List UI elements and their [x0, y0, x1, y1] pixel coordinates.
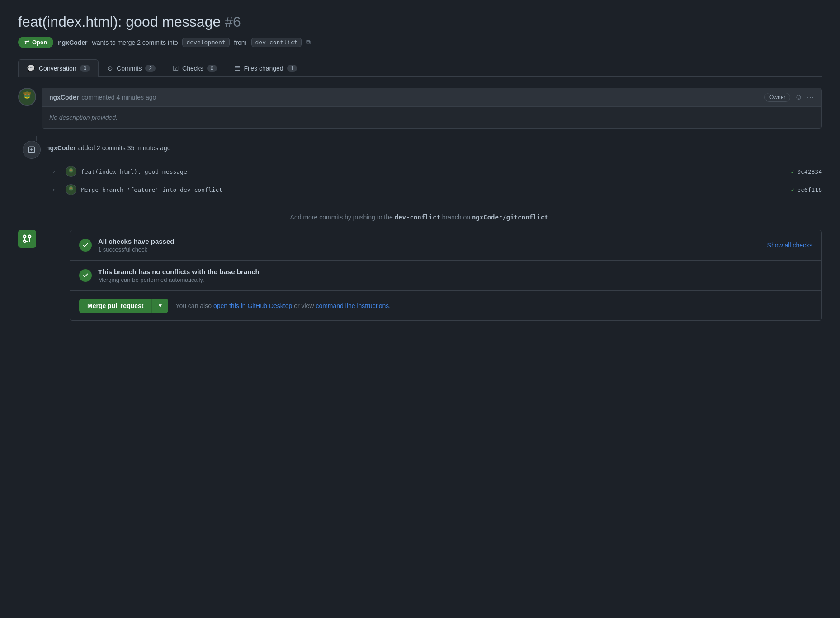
svg-rect-4 — [23, 92, 31, 94]
pr-status-icon: ⇄ — [24, 39, 29, 46]
merge-btn-group: Merge pull request ▼ — [79, 299, 168, 313]
commit-hash-2: ✓ ec6f118 — [791, 186, 822, 193]
commit-hash-1: ✓ 0c42834 — [791, 168, 822, 175]
add-commits-mid: branch on — [442, 214, 470, 221]
commits-icon: ⊙ — [107, 64, 113, 72]
files-changed-icon: ☰ — [234, 64, 240, 72]
command-line-link[interactable]: command line instructions — [316, 302, 389, 309]
author-avatar — [18, 88, 36, 106]
merge-row: Merge pull request ▼ You can also open t… — [70, 291, 821, 320]
commit-avatar-2 — [66, 184, 76, 195]
check-item-1: All checks have passed 1 successful chec… — [70, 230, 821, 261]
timeline-commits-icon — [23, 141, 41, 159]
svg-point-11 — [71, 170, 72, 171]
pr-meta: ⇄ Open ngxCoder wants to merge 2 commits… — [18, 37, 822, 48]
commit-hash-text-2[interactable]: ec6f118 — [797, 186, 822, 193]
tab-checks[interactable]: ☑ Checks 0 — [164, 59, 226, 77]
commit-message-2: Merge branch 'feature' into dev-conflict — [81, 186, 222, 193]
check-subtitle-1: 1 successful check — [98, 246, 174, 253]
emoji-button[interactable]: ☺ — [795, 93, 802, 101]
pr-meta-text: wants to merge 2 commits into — [92, 39, 178, 46]
commit-hash-text-1[interactable]: 0c42834 — [797, 168, 822, 175]
comment-bubble: ngxCoder commented 4 minutes ago Owner ☺… — [42, 88, 822, 129]
pr-status-text: Open — [32, 39, 47, 46]
commit-row-1: —◦— feat(index.html): good message ✓ 0c4… — [46, 162, 822, 181]
tab-checks-count: 0 — [207, 65, 217, 72]
commit-check-1: ✓ — [791, 168, 794, 175]
check-subtitle-2: Merging can be performed automatically. — [98, 276, 260, 283]
checks-content: All checks have passed 1 successful chec… — [42, 230, 822, 328]
add-commits-repo[interactable]: ngxCoder/gitconflict — [472, 214, 548, 221]
timeline-action: added 2 commits 35 minutes ago — [77, 144, 170, 152]
owner-badge: Owner — [764, 93, 790, 102]
comment-body-text: No description provided. — [49, 114, 118, 121]
sidebar-icon — [18, 230, 36, 248]
tab-commits-label: Commits — [117, 65, 142, 72]
tab-commits-count: 2 — [145, 65, 156, 72]
check-item-2: This branch has no conflicts with the ba… — [70, 261, 821, 291]
timeline-author[interactable]: ngxCoder — [46, 144, 76, 152]
tab-conversation-count: 0 — [80, 65, 90, 72]
merge-dropdown-button[interactable]: ▼ — [151, 299, 168, 313]
pr-title-text: feat(index.html): good message — [18, 14, 221, 30]
tab-conversation[interactable]: 💬 Conversation 0 — [18, 59, 99, 77]
commit-check-2: ✓ — [791, 186, 794, 193]
svg-point-13 — [69, 186, 73, 191]
check-text-1: All checks have passed 1 successful chec… — [98, 238, 174, 253]
commit-message-1: feat(index.html): good message — [81, 168, 187, 175]
tabs-bar: 💬 Conversation 0 ⊙ Commits 2 ☑ Checks 0 … — [18, 59, 822, 77]
pr-title: feat(index.html): good message #6 — [18, 14, 822, 30]
more-options-button[interactable]: ··· — [807, 93, 814, 101]
tab-checks-label: Checks — [182, 65, 203, 72]
commit-dot-2: —◦— — [46, 186, 61, 193]
tab-files-changed[interactable]: ☰ Files changed 1 — [226, 59, 306, 77]
tab-conversation-label: Conversation — [39, 65, 76, 72]
comment-header-right: Owner ☺ ··· — [764, 93, 814, 102]
divider — [18, 206, 822, 206]
merge-icon-box — [18, 230, 36, 248]
pr-from-text: from — [234, 39, 247, 46]
check-text-2: This branch has no conflicts with the ba… — [98, 268, 260, 283]
check-title-2: This branch has no conflicts with the ba… — [98, 268, 260, 276]
check-circle-2 — [79, 269, 92, 282]
pr-number: #6 — [225, 14, 241, 30]
add-commits-end: . — [548, 214, 550, 221]
svg-point-14 — [70, 188, 71, 189]
pr-source-branch[interactable]: dev-conflict — [251, 38, 302, 47]
tab-commits[interactable]: ⊙ Commits 2 — [99, 59, 164, 77]
check-title-1: All checks have passed — [98, 238, 174, 245]
github-desktop-link[interactable]: open this in GitHub Desktop — [213, 302, 292, 309]
timeline-text: ngxCoder added 2 commits 35 minutes ago — [46, 136, 170, 152]
commit-dot-1: —◦— — [46, 168, 61, 175]
comment-body: No description provided. — [42, 107, 821, 128]
show-all-checks-link[interactable]: Show all checks — [767, 242, 812, 249]
comment-row: ngxCoder commented 4 minutes ago Owner ☺… — [18, 88, 822, 129]
checks-merge-section: All checks have passed 1 successful chec… — [18, 230, 822, 328]
merge-pull-request-button[interactable]: Merge pull request — [79, 299, 151, 313]
commit-row-2: —◦— Merge branch 'feature' into dev-conf… — [46, 181, 822, 199]
check-circle-1 — [79, 239, 92, 252]
comment-author[interactable]: ngxCoder — [49, 94, 79, 101]
pr-target-branch[interactable]: development — [182, 38, 229, 47]
comment-header-left: ngxCoder commented 4 minutes ago — [49, 94, 156, 101]
commit-left-2: —◦— Merge branch 'feature' into dev-conf… — [46, 184, 222, 195]
pr-author: ngxCoder — [58, 39, 87, 46]
pr-status-badge: ⇄ Open — [18, 37, 53, 48]
conversation-icon: 💬 — [27, 64, 35, 72]
checks-icon: ☑ — [173, 64, 179, 72]
tab-files-count: 1 — [287, 65, 297, 72]
merge-note: You can also open this in GitHub Desktop… — [175, 302, 391, 309]
tab-files-changed-label: Files changed — [244, 65, 283, 72]
copy-icon[interactable]: ⧉ — [306, 38, 311, 46]
comment-header: ngxCoder commented 4 minutes ago Owner ☺… — [42, 88, 821, 107]
commits-section: —◦— feat(index.html): good message ✓ 0c4… — [46, 162, 822, 199]
add-commits-note: Add more commits by pushing to the dev-c… — [18, 214, 822, 221]
svg-point-10 — [70, 170, 71, 171]
comment-time: commented 4 minutes ago — [81, 94, 156, 101]
svg-point-15 — [71, 188, 72, 189]
commit-left-1: —◦— feat(index.html): good message — [46, 166, 187, 177]
svg-point-9 — [69, 168, 73, 173]
add-commits-prefix: Add more commits by pushing to the — [290, 214, 393, 221]
checks-container: All checks have passed 1 successful chec… — [70, 230, 822, 321]
commit-avatar-1 — [66, 166, 76, 177]
